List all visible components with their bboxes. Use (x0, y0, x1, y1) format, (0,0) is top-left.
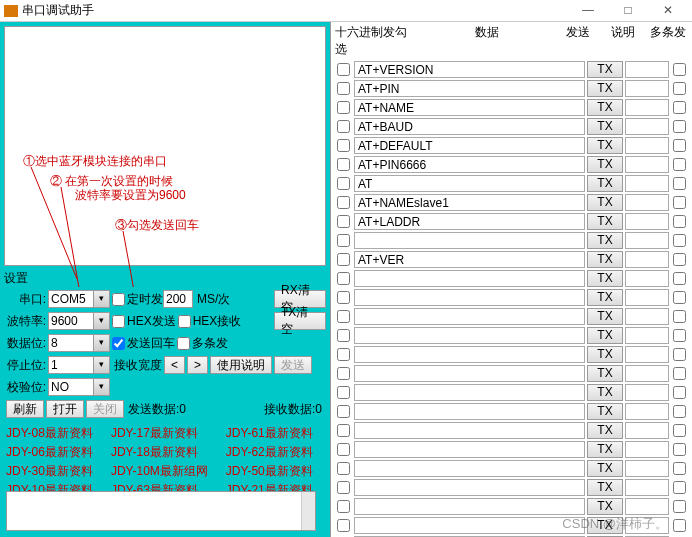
command-input[interactable] (354, 327, 585, 344)
hex-checkbox[interactable] (337, 82, 350, 95)
note-input[interactable] (625, 99, 669, 116)
multi-checkbox[interactable] (673, 215, 686, 228)
tx-button[interactable]: TX (587, 460, 623, 477)
note-input[interactable] (625, 213, 669, 230)
maximize-button[interactable]: □ (608, 1, 648, 21)
multi-checkbox[interactable] (673, 291, 686, 304)
close-button[interactable]: ✕ (648, 1, 688, 21)
command-input[interactable]: AT+LADDR (354, 213, 585, 230)
note-input[interactable] (625, 232, 669, 249)
resource-link[interactable]: JDY-62最新资料 (226, 444, 313, 461)
hex-checkbox[interactable] (337, 481, 350, 494)
multi-checkbox[interactable] (673, 462, 686, 475)
resource-link[interactable]: JDY-18最新资料 (111, 444, 208, 461)
tx-button[interactable]: TX (587, 441, 623, 458)
command-input[interactable] (354, 422, 585, 439)
tx-button[interactable]: TX (587, 213, 623, 230)
multi-checkbox[interactable] (673, 500, 686, 513)
hex-checkbox[interactable] (337, 158, 350, 171)
hex-checkbox[interactable] (337, 367, 350, 380)
resource-link[interactable]: JDY-17最新资料 (111, 425, 208, 442)
command-input[interactable] (354, 270, 585, 287)
multi-checkbox[interactable] (673, 253, 686, 266)
hex-checkbox[interactable] (337, 101, 350, 114)
command-input[interactable] (354, 289, 585, 306)
tx-button[interactable]: TX (587, 232, 623, 249)
tx-button[interactable]: TX (587, 80, 623, 97)
resource-link[interactable]: JDY-10M最新组网 (111, 463, 208, 480)
hex-checkbox[interactable] (337, 519, 350, 532)
minimize-button[interactable]: — (568, 1, 608, 21)
timed-send-check[interactable]: 定时发 (112, 291, 163, 308)
tx-button[interactable]: TX (587, 479, 623, 496)
command-input[interactable] (354, 403, 585, 420)
note-input[interactable] (625, 479, 669, 496)
hex-checkbox[interactable] (337, 329, 350, 342)
send-cr-check[interactable]: 发送回车 (112, 335, 175, 352)
note-input[interactable] (625, 365, 669, 382)
note-input[interactable] (625, 441, 669, 458)
note-input[interactable] (625, 289, 669, 306)
hex-checkbox[interactable] (337, 196, 350, 209)
multi-checkbox[interactable] (673, 272, 686, 285)
tx-button[interactable]: TX (587, 384, 623, 401)
tx-button[interactable]: TX (587, 175, 623, 192)
refresh-button[interactable]: 刷新 (6, 400, 44, 418)
command-input[interactable]: AT+PIN (354, 80, 585, 97)
command-input[interactable] (354, 346, 585, 363)
multi-checkbox[interactable] (673, 367, 686, 380)
multi-checkbox[interactable] (673, 424, 686, 437)
multi-checkbox[interactable] (673, 63, 686, 76)
hex-checkbox[interactable] (337, 443, 350, 456)
note-input[interactable] (625, 422, 669, 439)
hex-checkbox[interactable] (337, 405, 350, 418)
send-button[interactable]: 发送 (274, 356, 312, 374)
multi-send-check[interactable]: 多条发 (177, 335, 228, 352)
hex-checkbox[interactable] (337, 310, 350, 323)
note-input[interactable] (625, 61, 669, 78)
multi-checkbox[interactable] (673, 348, 686, 361)
multi-checkbox[interactable] (673, 158, 686, 171)
hex-checkbox[interactable] (337, 462, 350, 475)
tx-button[interactable]: TX (587, 346, 623, 363)
hex-checkbox[interactable] (337, 139, 350, 152)
manual-button[interactable]: 使用说明 (210, 356, 272, 374)
command-input[interactable]: AT+DEFAULT (354, 137, 585, 154)
hex-checkbox[interactable] (337, 291, 350, 304)
tx-button[interactable]: TX (587, 61, 623, 78)
hex-checkbox[interactable] (337, 424, 350, 437)
note-input[interactable] (625, 80, 669, 97)
multi-checkbox[interactable] (673, 443, 686, 456)
multi-checkbox[interactable] (673, 120, 686, 133)
command-input[interactable]: AT+VER (354, 251, 585, 268)
tx-button[interactable]: TX (587, 289, 623, 306)
open-button[interactable]: 打开 (46, 400, 84, 418)
hex-send-check[interactable]: HEX发送 (112, 313, 176, 330)
note-input[interactable] (625, 460, 669, 477)
command-input[interactable] (354, 441, 585, 458)
note-input[interactable] (625, 137, 669, 154)
tx-button[interactable]: TX (587, 308, 623, 325)
multi-checkbox[interactable] (673, 310, 686, 323)
tx-button[interactable]: TX (587, 251, 623, 268)
hex-checkbox[interactable] (337, 63, 350, 76)
resource-link[interactable]: JDY-08最新资料 (6, 425, 93, 442)
tx-button[interactable]: TX (587, 156, 623, 173)
tx-button[interactable]: TX (587, 194, 623, 211)
tx-button[interactable]: TX (587, 118, 623, 135)
multi-checkbox[interactable] (673, 386, 686, 399)
timed-value-input[interactable] (163, 290, 193, 308)
resource-link[interactable]: JDY-06最新资料 (6, 444, 93, 461)
note-input[interactable] (625, 175, 669, 192)
command-input[interactable] (354, 498, 585, 515)
command-input[interactable] (354, 232, 585, 249)
tx-button[interactable]: TX (587, 498, 623, 515)
stopbits-select[interactable]: 1▾ (48, 356, 110, 374)
hex-checkbox[interactable] (337, 500, 350, 513)
hex-checkbox[interactable] (337, 120, 350, 133)
parity-select[interactable]: NO▾ (48, 378, 110, 396)
multi-checkbox[interactable] (673, 329, 686, 342)
note-input[interactable] (625, 156, 669, 173)
multi-checkbox[interactable] (673, 481, 686, 494)
command-input[interactable] (354, 517, 585, 534)
